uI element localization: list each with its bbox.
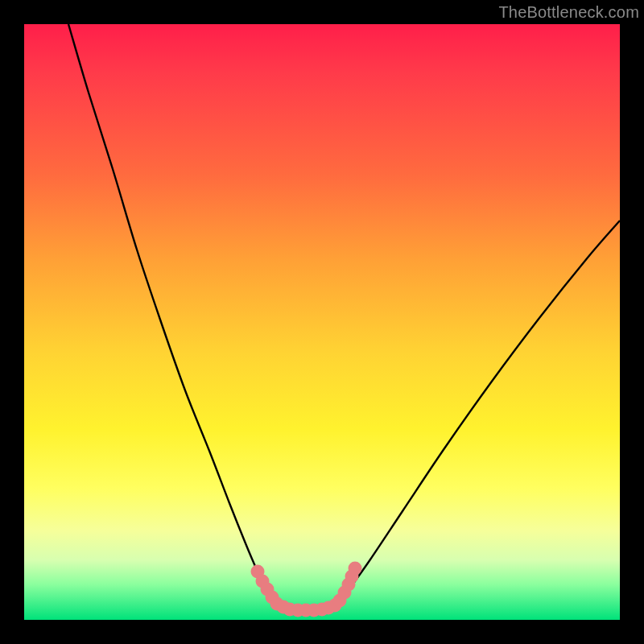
watermark-text: TheBottleneck.com: [498, 3, 639, 22]
chart-svg: [24, 24, 620, 620]
bottleneck-curve: [68, 24, 620, 610]
highlight-dot: [349, 562, 362, 576]
highlight-markers: [251, 562, 362, 617]
outer-frame: TheBottleneck.com: [0, 0, 644, 644]
